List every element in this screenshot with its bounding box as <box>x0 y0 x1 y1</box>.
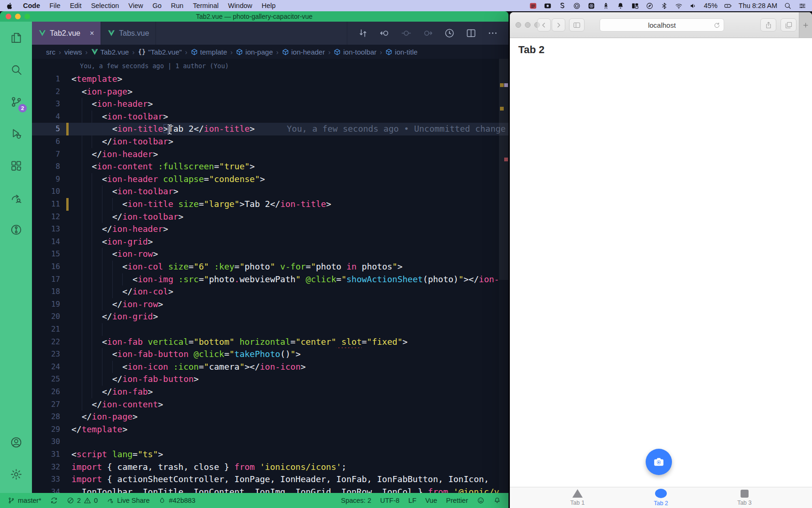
more-actions-icon[interactable] <box>487 28 498 39</box>
stats-icon[interactable] <box>558 2 566 10</box>
vscode-title-bar[interactable]: Tab2.vue — photo-gallery-capacitor-vue <box>0 11 508 22</box>
take-photo-fab[interactable] <box>646 449 672 475</box>
code-line-6: 6 </ion-toolbar> <box>32 135 499 148</box>
peacock-color-status[interactable]: #42b883 <box>158 497 195 504</box>
breadcrumb-item-Tab2-vue[interactable]: Tab2.vue <box>91 48 129 56</box>
ion-tab-tab-2[interactable]: Tab 2 <box>619 487 703 508</box>
codelens-annotation[interactable]: You, a few seconds ago | 1 author (You) <box>80 62 229 70</box>
apple-icon[interactable] <box>6 2 14 10</box>
code-editor[interactable]: You, a few seconds ago | 1 author (You) … <box>32 59 508 493</box>
menu-code[interactable]: Code <box>23 2 40 9</box>
battery-charging-icon[interactable] <box>724 2 732 10</box>
notification-icon[interactable] <box>617 2 625 10</box>
reload-icon[interactable] <box>713 22 720 29</box>
double-circle-icon[interactable] <box>573 2 581 10</box>
menu-run[interactable]: Run <box>171 2 184 9</box>
git-branch-status[interactable]: master* <box>8 497 41 504</box>
activity-run-debug[interactable] <box>0 118 32 150</box>
editor-tab-Tabs.vue[interactable]: Tabs.vue <box>101 22 156 45</box>
control-center-icon[interactable] <box>798 2 806 10</box>
breadcrumb-label: ion-toolbar <box>343 48 376 56</box>
breadcrumb-item-ion-toolbar[interactable]: ion-toolbar <box>334 48 376 56</box>
ion-tab-tab-1[interactable]: Tab 1 <box>536 487 619 508</box>
scrollbar-thumb[interactable] <box>499 59 508 280</box>
ion-tab-tab-3[interactable]: Tab 3 <box>703 487 786 508</box>
breadcrumb-item-ion-title[interactable]: ion-title <box>385 48 417 56</box>
timeline-icon[interactable] <box>444 28 455 39</box>
indentation-status[interactable]: Spaces: 2 <box>341 497 371 504</box>
ion-tab-label: Tab 2 <box>654 500 668 507</box>
vscode-minimize-button[interactable] <box>15 14 21 19</box>
safari-minimize-button[interactable] <box>525 22 531 28</box>
vscode-zoom-button[interactable] <box>24 14 30 19</box>
activity-search[interactable] <box>0 54 32 86</box>
rocket-icon[interactable] <box>602 2 610 10</box>
problems-status[interactable]: 20 <box>67 497 98 504</box>
safari-close-button[interactable] <box>515 22 521 28</box>
window-manager-icon[interactable] <box>631 2 639 10</box>
activity-account[interactable] <box>0 426 32 458</box>
keynote-app-icon[interactable] <box>529 2 537 10</box>
compass-icon[interactable] <box>646 2 654 10</box>
menu-edit[interactable]: Edit <box>70 2 82 9</box>
status-label: Spaces: 2 <box>341 497 371 504</box>
breadcrumb-item-template[interactable]: template <box>191 48 227 56</box>
breadcrumb-item-src[interactable]: src <box>46 48 55 56</box>
line-number: 3 <box>32 98 60 111</box>
activity-extensions[interactable] <box>0 150 32 182</box>
live-share-status[interactable]: Live Share <box>107 497 149 504</box>
wifi-icon[interactable] <box>675 2 683 10</box>
notifications-status[interactable] <box>493 497 501 504</box>
breadcrumb-item-ion-header[interactable]: ion-header <box>282 48 325 56</box>
vscode-close-button[interactable] <box>6 14 11 19</box>
breadcrumb-item--Tab2-vue-[interactable]: {}"Tab2.vue" <box>138 48 181 56</box>
menubar-clock[interactable]: Thu 8:28 AM <box>739 2 777 9</box>
spotlight-search-icon[interactable] <box>784 2 792 10</box>
menu-terminal[interactable]: Terminal <box>193 2 219 9</box>
activity-settings[interactable] <box>0 458 32 490</box>
encoding-status[interactable]: UTF-8 <box>380 497 399 504</box>
bluetooth-icon[interactable] <box>660 2 668 10</box>
code-line-27: 27 </ion-content> <box>32 398 499 411</box>
code-text: <ion-row> <box>71 248 158 261</box>
menu-file[interactable]: File <box>49 2 60 9</box>
overview-ruler[interactable] <box>499 59 508 493</box>
back-button[interactable] <box>537 18 551 32</box>
menu-selection[interactable]: Selection <box>91 2 119 9</box>
sidebar-button[interactable] <box>569 18 585 32</box>
camera-icon <box>652 455 665 468</box>
activity-gitlens[interactable] <box>0 214 32 246</box>
activity-live-share[interactable] <box>0 182 32 214</box>
eol-status[interactable]: LF <box>408 497 416 504</box>
forward-button[interactable] <box>552 18 565 32</box>
menu-window[interactable]: Window <box>228 2 252 9</box>
open-changes-icon[interactable] <box>358 28 368 39</box>
screen-record-icon[interactable] <box>544 2 552 10</box>
split-editor-icon[interactable] <box>466 28 476 39</box>
paint-bucket-icon <box>158 497 166 504</box>
activity-explorer[interactable] <box>0 22 32 54</box>
tab-overview-button[interactable] <box>781 18 796 32</box>
new-tab-button[interactable] <box>799 12 812 38</box>
nav-circle-icon[interactable] <box>401 28 412 39</box>
activity-source-control[interactable]: 2 <box>0 86 32 118</box>
share-button[interactable] <box>760 18 776 32</box>
language-status[interactable]: Vue <box>425 497 437 504</box>
menu-view[interactable]: View <box>128 2 143 9</box>
address-bar[interactable]: localhost <box>600 18 724 32</box>
breadcrumb-item-views[interactable]: views <box>64 48 82 56</box>
formatter-status[interactable]: Prettier <box>446 497 468 504</box>
browser-viewport: Tab 2 <box>510 38 812 487</box>
menu-help[interactable]: Help <box>262 2 276 9</box>
editor-tab-Tab2.vue[interactable]: Tab2.vue× <box>32 22 101 45</box>
battery-percent[interactable]: 45% <box>704 2 718 9</box>
feedback-status[interactable] <box>477 497 484 504</box>
menu-go[interactable]: Go <box>152 2 161 9</box>
sync-status[interactable] <box>50 497 58 504</box>
close-tab-icon[interactable]: × <box>90 29 94 38</box>
volume-icon[interactable] <box>689 2 697 10</box>
nav-back-icon[interactable] <box>379 28 390 39</box>
breadcrumb-item-ion-page[interactable]: ion-page <box>236 48 273 56</box>
record-icon[interactable] <box>587 2 595 10</box>
nav-forward-icon[interactable] <box>422 28 433 39</box>
